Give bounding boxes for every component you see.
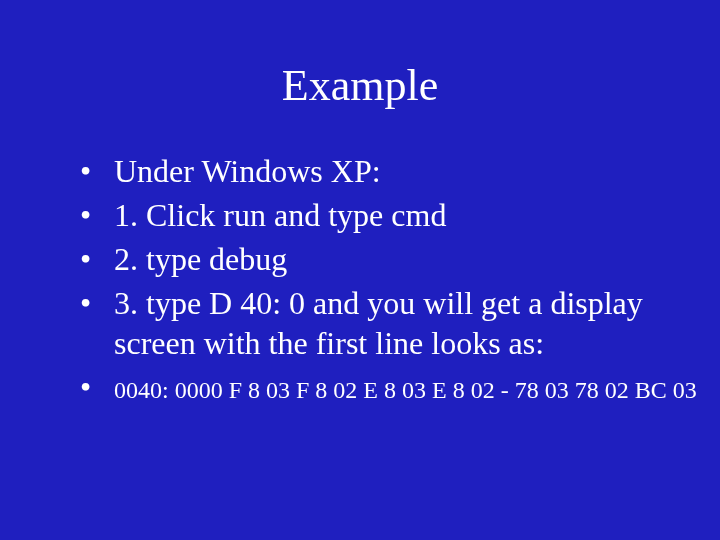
hex-dump-line: 0040: 0000 F 8 03 F 8 02 E 8 03 E 8 02 -… [50, 375, 670, 406]
bullet-list: Under Windows XP: 1. Click run and type … [50, 151, 670, 363]
list-item: Under Windows XP: [80, 151, 670, 191]
list-item: 2. type debug [80, 239, 670, 279]
slide-title: Example [50, 60, 670, 111]
slide: Example Under Windows XP: 1. Click run a… [0, 0, 720, 540]
list-item: 1. Click run and type cmd [80, 195, 670, 235]
list-item: 3. type D 40: 0 and you will get a displ… [80, 283, 670, 363]
